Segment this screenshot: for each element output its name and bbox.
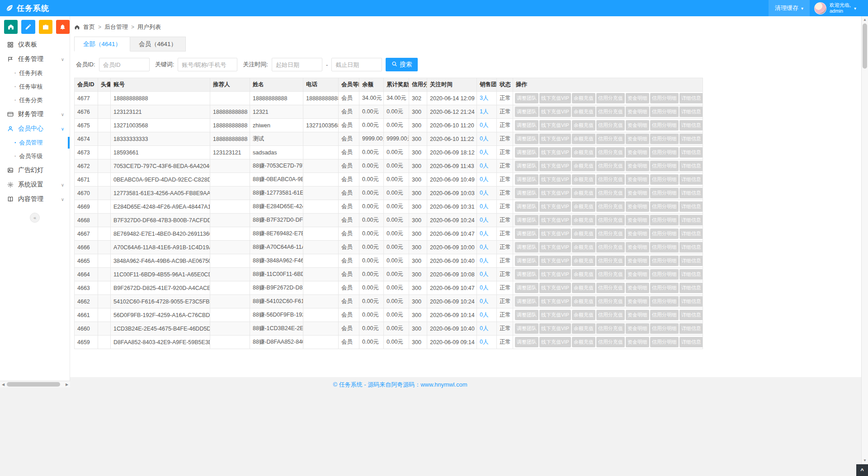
- action-fund-details[interactable]: 资金明细: [626, 337, 649, 347]
- action-fund-details[interactable]: 资金明细: [626, 296, 649, 307]
- scroll-left-icon[interactable]: ◀: [0, 381, 6, 387]
- action-balance-recharge[interactable]: 余额充值: [572, 323, 595, 334]
- action-offline-vip-recharge[interactable]: 线下充值VIP: [539, 337, 571, 347]
- action-offline-vip-recharge[interactable]: 线下充值VIP: [539, 201, 571, 212]
- breadcrumb-home[interactable]: 首页: [83, 23, 95, 31]
- action-adjust-team[interactable]: 调整团队: [515, 283, 538, 293]
- action-fund-details[interactable]: 资金明细: [626, 229, 649, 239]
- briefcase-icon[interactable]: [39, 20, 52, 34]
- action-adjust-team[interactable]: 调整团队: [515, 242, 538, 252]
- action-balance-recharge[interactable]: 余额充值: [572, 283, 595, 293]
- action-credit-details[interactable]: 信用分明细: [650, 93, 679, 103]
- cell-sales-team-link[interactable]: 0人: [477, 119, 497, 132]
- action-credit-details[interactable]: 信用分明细: [650, 161, 679, 171]
- back-to-top-button[interactable]: ^: [856, 464, 868, 476]
- end-date-input[interactable]: [331, 58, 382, 71]
- action-detail-info[interactable]: 详细信息: [679, 242, 703, 252]
- cell-sales-team-link[interactable]: 0人: [477, 295, 497, 308]
- action-credit-details[interactable]: 信用分明细: [650, 256, 679, 266]
- action-fund-details[interactable]: 资金明细: [626, 283, 649, 293]
- cell-sales-team-link[interactable]: 0人: [477, 159, 497, 173]
- action-detail-info[interactable]: 详细信息: [679, 147, 703, 158]
- action-balance-recharge[interactable]: 余额充值: [572, 107, 595, 117]
- action-balance-recharge[interactable]: 余额充值: [572, 337, 595, 347]
- cell-sales-team-link[interactable]: 0人: [477, 336, 497, 349]
- action-detail-info[interactable]: 详细信息: [679, 256, 703, 266]
- action-credit-details[interactable]: 信用分明细: [650, 201, 679, 212]
- horizontal-scrollbar[interactable]: ◀ ▶: [0, 381, 70, 387]
- action-offline-vip-recharge[interactable]: 线下充值VIP: [539, 256, 571, 266]
- action-balance-recharge[interactable]: 余额充值: [572, 229, 595, 239]
- cell-sales-team-link[interactable]: 0人: [477, 241, 497, 254]
- action-balance-recharge[interactable]: 余额充值: [572, 201, 595, 212]
- tab-all[interactable]: 全部（4641）: [74, 37, 130, 51]
- search-button[interactable]: 搜索: [386, 58, 418, 71]
- horizontal-scrollbar-thumb[interactable]: [7, 382, 60, 387]
- home-icon[interactable]: [4, 20, 18, 34]
- action-offline-vip-recharge[interactable]: 线下充值VIP: [539, 229, 571, 239]
- action-adjust-team[interactable]: 调整团队: [515, 229, 538, 239]
- action-detail-info[interactable]: 详细信息: [679, 201, 703, 212]
- action-offline-vip-recharge[interactable]: 线下充值VIP: [539, 310, 571, 320]
- action-detail-info[interactable]: 详细信息: [679, 296, 703, 307]
- cell-sales-team-link[interactable]: 0人: [477, 322, 497, 336]
- action-detail-info[interactable]: 详细信息: [679, 107, 703, 117]
- cell-sales-team-link[interactable]: 0人: [477, 173, 497, 187]
- tab-members[interactable]: 会员（4641）: [130, 37, 186, 51]
- action-credit-recharge[interactable]: 信用分充值: [596, 174, 625, 185]
- cell-sales-team-link[interactable]: 0人: [477, 254, 497, 268]
- action-fund-details[interactable]: 资金明细: [626, 201, 649, 212]
- action-fund-details[interactable]: 资金明细: [626, 107, 649, 117]
- action-credit-details[interactable]: 信用分明细: [650, 283, 679, 293]
- user-menu[interactable]: 欢迎光临, admin ▾: [810, 0, 861, 16]
- action-credit-details[interactable]: 信用分明细: [650, 147, 679, 158]
- action-detail-info[interactable]: 详细信息: [679, 134, 703, 144]
- action-credit-details[interactable]: 信用分明细: [650, 296, 679, 307]
- action-offline-vip-recharge[interactable]: 线下充值VIP: [539, 93, 571, 103]
- action-credit-details[interactable]: 信用分明细: [650, 242, 679, 252]
- action-adjust-team[interactable]: 调整团队: [515, 174, 538, 185]
- cell-sales-team-link[interactable]: 3人: [477, 92, 497, 105]
- action-credit-recharge[interactable]: 信用分充值: [596, 215, 625, 225]
- action-fund-details[interactable]: 资金明细: [626, 134, 649, 144]
- action-adjust-team[interactable]: 调整团队: [515, 256, 538, 266]
- action-fund-details[interactable]: 资金明细: [626, 93, 649, 103]
- action-credit-recharge[interactable]: 信用分充值: [596, 296, 625, 307]
- action-balance-recharge[interactable]: 余额充值: [572, 174, 595, 185]
- cell-sales-team-link[interactable]: 0人: [477, 187, 497, 200]
- action-credit-recharge[interactable]: 信用分充值: [596, 147, 625, 158]
- start-date-input[interactable]: [272, 58, 322, 71]
- action-fund-details[interactable]: 资金明细: [626, 269, 649, 280]
- action-detail-info[interactable]: 详细信息: [679, 337, 703, 347]
- action-adjust-team[interactable]: 调整团队: [515, 134, 538, 144]
- action-credit-details[interactable]: 信用分明细: [650, 337, 679, 347]
- vertical-scrollbar[interactable]: ▲ ▼: [861, 16, 868, 476]
- action-balance-recharge[interactable]: 余额充值: [572, 215, 595, 225]
- action-offline-vip-recharge[interactable]: 线下充值VIP: [539, 215, 571, 225]
- action-offline-vip-recharge[interactable]: 线下充值VIP: [539, 147, 571, 158]
- action-credit-recharge[interactable]: 信用分充值: [596, 120, 625, 131]
- action-credit-details[interactable]: 信用分明细: [650, 215, 679, 225]
- action-credit-details[interactable]: 信用分明细: [650, 269, 679, 280]
- clear-cache-button[interactable]: 清理缓存 ▾: [769, 0, 810, 16]
- cell-sales-team-link[interactable]: 0人: [477, 146, 497, 159]
- action-offline-vip-recharge[interactable]: 线下充值VIP: [539, 283, 571, 293]
- action-adjust-team[interactable]: 调整团队: [515, 269, 538, 280]
- breadcrumb-backend[interactable]: 后台管理: [104, 23, 128, 31]
- action-adjust-team[interactable]: 调整团队: [515, 337, 538, 347]
- cell-sales-team-link[interactable]: 0人: [477, 214, 497, 227]
- action-detail-info[interactable]: 详细信息: [679, 269, 703, 280]
- action-credit-recharge[interactable]: 信用分充值: [596, 310, 625, 320]
- action-credit-details[interactable]: 信用分明细: [650, 188, 679, 198]
- action-credit-recharge[interactable]: 信用分充值: [596, 134, 625, 144]
- sidebar-item-member-management[interactable]: • 会员管理: [0, 136, 70, 149]
- action-credit-details[interactable]: 信用分明细: [650, 229, 679, 239]
- cell-sales-team-link[interactable]: 0人: [477, 132, 497, 146]
- action-credit-recharge[interactable]: 信用分充值: [596, 323, 625, 334]
- cell-sales-team-link[interactable]: 0人: [477, 200, 497, 214]
- action-adjust-team[interactable]: 调整团队: [515, 310, 538, 320]
- action-detail-info[interactable]: 详细信息: [679, 93, 703, 103]
- scroll-right-icon[interactable]: ▶: [64, 381, 70, 387]
- action-adjust-team[interactable]: 调整团队: [515, 107, 538, 117]
- action-credit-recharge[interactable]: 信用分充值: [596, 107, 625, 117]
